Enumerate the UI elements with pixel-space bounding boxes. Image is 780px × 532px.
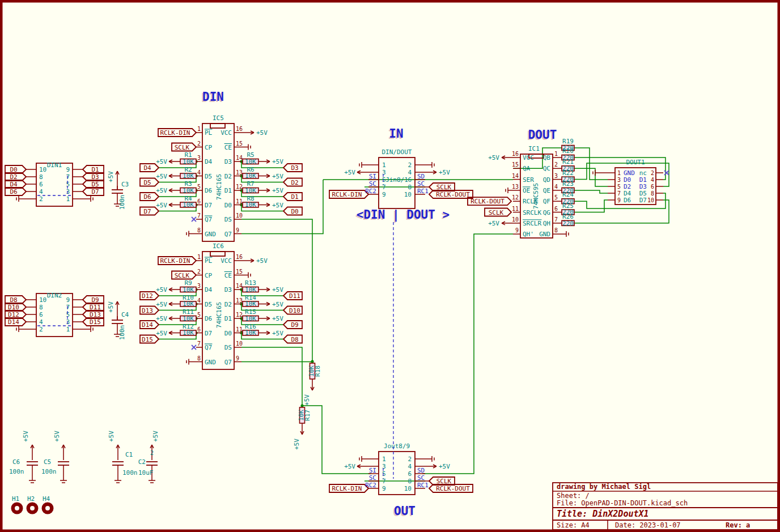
resistor-right[interactable]: R1310K bbox=[243, 279, 258, 293]
net-wire bbox=[574, 148, 608, 180]
net-wire bbox=[241, 347, 302, 406]
ic1-ref: IC1 bbox=[528, 145, 540, 152]
label: 15 bbox=[512, 161, 519, 168]
power-net-label: +5V bbox=[293, 439, 300, 450]
sclk-label[interactable]: SCLK bbox=[485, 208, 511, 216]
data-label[interactable]: D3 bbox=[283, 164, 302, 172]
data-label[interactable]: D6 bbox=[5, 188, 26, 195]
label: 4 bbox=[197, 169, 201, 176]
din2[interactable] bbox=[26, 293, 83, 337]
label: 6 bbox=[408, 176, 412, 184]
rclk-din-label[interactable]: RCLK-DIN bbox=[158, 257, 196, 265]
resistor-r17[interactable]: 10KR17 bbox=[298, 407, 312, 423]
title-block-file: File: OpenPAD-DIN-DOUT.kicad_sch bbox=[557, 499, 688, 507]
label: D3 bbox=[224, 158, 232, 165]
jin8-title: DIN/DOUT bbox=[382, 148, 412, 156]
resistor-left[interactable]: R1210K bbox=[180, 323, 196, 337]
power-net-label: +5V bbox=[156, 173, 167, 180]
ic6-ref: IC6 bbox=[213, 242, 224, 250]
data-label[interactable]: D7 bbox=[83, 188, 104, 195]
label: 5 bbox=[197, 312, 201, 318]
label: 7 bbox=[554, 216, 558, 223]
label: D2 bbox=[224, 301, 232, 308]
data-label[interactable]: D12 bbox=[5, 310, 26, 318]
rclk-dout-label[interactable]: RCLK-DOUT bbox=[429, 190, 473, 198]
global-label-text: D12 bbox=[8, 311, 19, 318]
data-label[interactable]: D11 bbox=[283, 292, 302, 300]
label: 8 bbox=[39, 304, 43, 311]
rclk-din-label[interactable]: RCLK-DIN bbox=[158, 129, 196, 137]
data-label[interactable]: D5 bbox=[83, 180, 104, 188]
label: 6 bbox=[554, 206, 558, 212]
resistor-left[interactable]: R110K bbox=[180, 151, 196, 165]
global-label-text: D4 bbox=[10, 181, 18, 188]
resistor-left[interactable]: R910K bbox=[180, 279, 196, 293]
data-label[interactable]: D1 bbox=[83, 165, 104, 173]
mounting-hole-ref: H4 bbox=[43, 495, 50, 503]
global-label-text: D7 bbox=[143, 208, 151, 215]
power-net-label: +5V bbox=[344, 169, 355, 176]
label: 10 bbox=[512, 216, 519, 223]
sclk-label[interactable]: SCLK bbox=[429, 477, 455, 485]
sclk-label[interactable]: SCLK bbox=[172, 271, 196, 279]
label: 9 bbox=[515, 227, 519, 233]
label: 2 bbox=[554, 161, 558, 168]
resistor-left[interactable]: R1110K bbox=[180, 308, 196, 322]
data-label[interactable]: D2 bbox=[283, 178, 302, 186]
rclk-din-label[interactable]: RCLK-DIN bbox=[329, 190, 368, 198]
label: 7 bbox=[382, 478, 386, 485]
power-net-label: +5V bbox=[272, 315, 283, 322]
resistor-right[interactable]: R1610K bbox=[243, 323, 258, 337]
mounting-hole[interactable] bbox=[42, 503, 54, 514]
data-label[interactable]: D9 bbox=[283, 321, 302, 329]
resistor-right[interactable]: R1410K bbox=[243, 294, 258, 308]
label: D1 bbox=[224, 315, 232, 322]
mounting-hole[interactable] bbox=[27, 503, 39, 514]
label: CP bbox=[205, 272, 213, 279]
sclk-label[interactable]: SCLK bbox=[172, 143, 196, 151]
data-label[interactable]: D10 bbox=[283, 307, 302, 314]
data-label[interactable]: D4 bbox=[5, 180, 26, 188]
resistor-left[interactable]: R1010K bbox=[180, 294, 196, 308]
data-label[interactable]: D0 bbox=[283, 207, 302, 215]
resistor-r18[interactable]: 10KR18 bbox=[308, 363, 322, 379]
ic6-notch bbox=[210, 252, 225, 256]
dout1-ref: DOUT1 bbox=[626, 159, 645, 166]
sclk-label[interactable]: SCLK bbox=[429, 183, 455, 191]
global-label-text: D13 bbox=[142, 307, 153, 314]
label: 2 bbox=[197, 141, 201, 147]
resistor-out[interactable]: R26220 bbox=[562, 213, 574, 227]
label: 2 bbox=[39, 326, 43, 333]
resistor-right[interactable]: R510K bbox=[243, 151, 258, 165]
data-label[interactable]: D8 bbox=[283, 335, 302, 343]
net-label: RC1 bbox=[417, 482, 429, 489]
data-label[interactable]: D13 bbox=[83, 310, 104, 318]
data-label[interactable]: D11 bbox=[83, 303, 104, 311]
rclk-dout-label[interactable]: RCLK-DOUT bbox=[468, 197, 511, 205]
global-label-text: D15 bbox=[142, 336, 153, 343]
dout1[interactable] bbox=[608, 168, 663, 205]
label: 13 bbox=[236, 297, 243, 304]
data-label[interactable]: D9 bbox=[83, 296, 104, 304]
mounting-hole[interactable] bbox=[11, 503, 23, 514]
net-wire bbox=[574, 190, 608, 193]
data-label[interactable]: D14 bbox=[5, 318, 26, 326]
label: GND bbox=[205, 231, 216, 238]
cap-ref: C2 bbox=[138, 458, 146, 466]
global-label-text: D3 bbox=[291, 164, 298, 172]
rclk-dout-label[interactable]: RCLK-DOUT bbox=[429, 484, 473, 492]
data-label[interactable]: D3 bbox=[83, 173, 104, 181]
data-label[interactable]: D0 bbox=[5, 165, 26, 173]
data-label[interactable]: D1 bbox=[283, 193, 302, 201]
jout8[interactable] bbox=[368, 452, 425, 495]
mounting-hole-inner bbox=[15, 506, 19, 510]
data-label[interactable]: D2 bbox=[5, 173, 26, 181]
resistor-right[interactable]: R1510K bbox=[243, 308, 258, 322]
net-label: SC bbox=[369, 180, 376, 188]
global-label-text: RCLK-DOUT bbox=[470, 198, 505, 205]
data-label[interactable]: D8 bbox=[5, 296, 26, 304]
rclk-din-label[interactable]: RCLK-DIN bbox=[329, 484, 368, 492]
data-label[interactable]: D10 bbox=[5, 303, 26, 311]
din1[interactable] bbox=[26, 163, 83, 206]
data-label[interactable]: D15 bbox=[83, 318, 104, 326]
